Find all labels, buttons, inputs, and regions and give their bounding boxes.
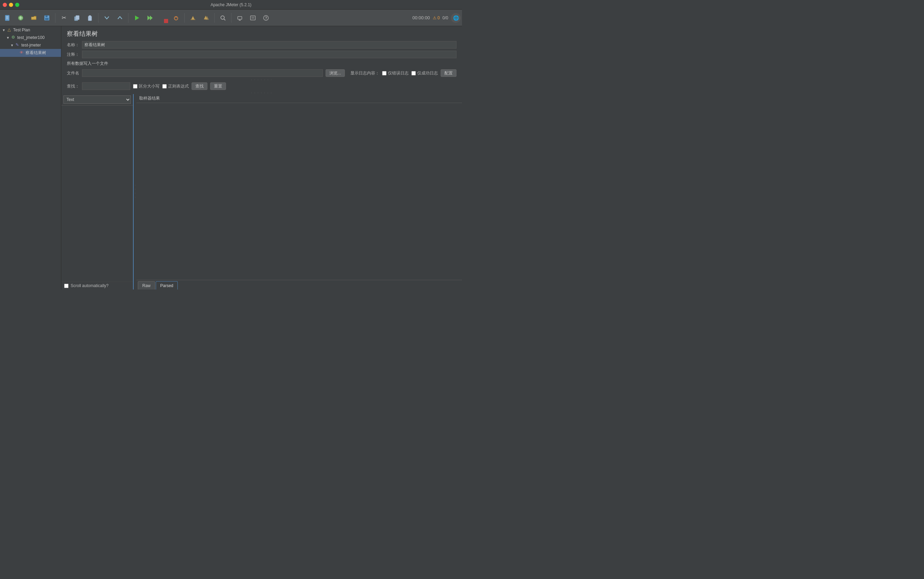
- success-log-checkbox[interactable]: [411, 71, 416, 75]
- expand-button[interactable]: [101, 12, 113, 24]
- name-label: 名称：: [67, 42, 79, 48]
- error-log-checkbox[interactable]: [382, 71, 387, 75]
- start-no-pause-button[interactable]: [144, 12, 156, 24]
- filename-label: 文件名: [67, 70, 79, 76]
- results-icon: 👁: [19, 50, 24, 56]
- locale-button[interactable]: 🌐: [451, 13, 460, 23]
- sidebar-item-test-jmeter[interactable]: ▼ ✎ test-jmeter: [0, 41, 61, 49]
- warning-count: 0: [438, 15, 440, 20]
- sidebar-item-view-results[interactable]: 👁 察看结果树 ➤: [0, 49, 61, 57]
- reset-button[interactable]: 重置: [210, 82, 226, 90]
- error-log-label: 仅错误日志: [388, 70, 408, 76]
- log-button[interactable]: [247, 12, 259, 24]
- write-all-label: 所有数据写入一个文件: [67, 61, 108, 66]
- start-button[interactable]: [131, 12, 143, 24]
- file-row: 文件名 浏览... 显示日志内容： 仅错误日志 仅成功日志 配置: [61, 68, 462, 78]
- svg-rect-13: [89, 15, 91, 17]
- svg-rect-0: [5, 15, 9, 21]
- svg-rect-11: [76, 15, 79, 20]
- search-toolbar-button[interactable]: [217, 12, 229, 24]
- new-button[interactable]: [2, 12, 14, 24]
- scroll-auto-label: Scroll automatically?: [71, 283, 109, 288]
- help-button[interactable]: ?: [260, 12, 272, 24]
- results-list: [61, 105, 133, 281]
- error-log-checkbox-wrap: 仅错误日志: [382, 70, 408, 76]
- maximize-button[interactable]: [15, 3, 19, 7]
- log-controls: 显示日志内容： 仅错误日志 仅成功日志 配置: [350, 69, 457, 77]
- search-row: 查找： 区分大小写 正则表达式 查找 重置: [61, 81, 462, 91]
- grip-bar-top: · · · · · · ·: [61, 78, 462, 81]
- tree-item-label: test_jmeter100: [17, 35, 44, 40]
- tab-raw[interactable]: Raw: [138, 281, 155, 290]
- svg-marker-14: [135, 15, 139, 20]
- title-bar: Apache JMeter (5.2.1): [0, 0, 462, 10]
- vertical-grip[interactable]: · · · ·: [134, 94, 136, 290]
- log-display-label: 显示日志内容：: [350, 70, 379, 76]
- regex-label: 正则表达式: [168, 83, 189, 89]
- separator-3: [128, 13, 129, 23]
- sampler-result-label: 取样器结果: [139, 96, 160, 101]
- clear-all-button[interactable]: [200, 12, 212, 24]
- comment-row: 注释：: [61, 50, 462, 59]
- browse-button[interactable]: 浏览...: [326, 69, 345, 77]
- case-sensitive-checkbox[interactable]: [133, 84, 137, 88]
- tab-parsed[interactable]: Parsed: [156, 281, 178, 290]
- expand-arrow-test-plan: ▼: [2, 28, 6, 32]
- results-body: [136, 103, 462, 280]
- grip-bar-bottom: · · · · · · ·: [61, 91, 462, 94]
- toolbar: ✂: [0, 10, 462, 26]
- collapse-button[interactable]: [114, 12, 126, 24]
- results-right-pane: 取样器结果 Raw Parsed: [136, 94, 462, 290]
- scroll-auto-row: Scroll automatically?: [61, 281, 133, 290]
- stop-button[interactable]: [157, 12, 169, 24]
- panel-header: 察看结果树: [61, 26, 462, 40]
- svg-line-22: [224, 19, 225, 20]
- results-left-pane: Text RegExp Tester CSS/JQuery Tester XPa…: [61, 94, 134, 290]
- selection-arrow: ➤: [60, 49, 61, 57]
- svg-rect-26: [250, 16, 255, 20]
- clear-button[interactable]: [187, 12, 199, 24]
- jmeter-icon: ✎: [15, 43, 20, 48]
- close-button[interactable]: [3, 3, 7, 7]
- cut-button[interactable]: ✂: [57, 12, 70, 24]
- shutdown-button[interactable]: [170, 12, 182, 24]
- format-select[interactable]: Text RegExp Tester CSS/JQuery Tester XPa…: [64, 95, 131, 104]
- search-input[interactable]: [82, 82, 130, 90]
- warning-icon: ⚠: [433, 15, 436, 20]
- svg-rect-8: [46, 15, 47, 17]
- remote-button[interactable]: [233, 12, 246, 24]
- separator-6: [231, 13, 232, 23]
- save-button[interactable]: [41, 12, 53, 24]
- copy-button[interactable]: [71, 12, 83, 24]
- expand-arrow-jmeter100: ▼: [6, 36, 10, 40]
- tree-panel: ▼ △ Test Plan ▼ ⚙ test_jmeter100 ▼ ✎ tes…: [0, 26, 61, 290]
- name-input[interactable]: [82, 41, 457, 49]
- svg-text:?: ?: [265, 16, 267, 20]
- regex-checkbox[interactable]: [162, 84, 167, 88]
- separator-1: [55, 13, 56, 23]
- find-button[interactable]: 查找: [191, 82, 207, 90]
- panel-title: 察看结果树: [67, 29, 98, 38]
- minimize-button[interactable]: [9, 3, 13, 7]
- sidebar-item-test-jmeter100[interactable]: ▼ ⚙ test_jmeter100: [0, 34, 61, 41]
- paste-button[interactable]: [84, 12, 96, 24]
- sampler-result-header: 取样器结果: [136, 94, 462, 103]
- comment-input[interactable]: [82, 51, 457, 58]
- case-sensitive-wrap: 区分大小写: [133, 83, 160, 89]
- main-panel: 察看结果树 名称： 注释： 所有数据写入一个文件 文件名 浏览... 显示日志内…: [61, 26, 462, 290]
- comment-label: 注释：: [67, 52, 79, 57]
- bottom-tabs: Raw Parsed: [136, 280, 462, 290]
- filename-input[interactable]: [82, 69, 323, 77]
- tree-item-label: Test Plan: [13, 28, 30, 33]
- svg-rect-23: [238, 16, 242, 19]
- main-layout: ▼ △ Test Plan ▼ ⚙ test_jmeter100 ▼ ✎ tes…: [0, 26, 462, 290]
- sidebar-item-test-plan[interactable]: ▼ △ Test Plan: [0, 26, 61, 34]
- regex-wrap: 正则表达式: [162, 83, 189, 89]
- template-button[interactable]: [15, 12, 27, 24]
- search-label: 查找：: [67, 83, 79, 89]
- config-button[interactable]: 配置: [441, 69, 457, 77]
- open-button[interactable]: [28, 12, 40, 24]
- scroll-auto-checkbox[interactable]: [64, 284, 69, 288]
- test-ratio: 0/0: [442, 15, 448, 20]
- warning-indicator: ⚠ 0: [433, 15, 440, 20]
